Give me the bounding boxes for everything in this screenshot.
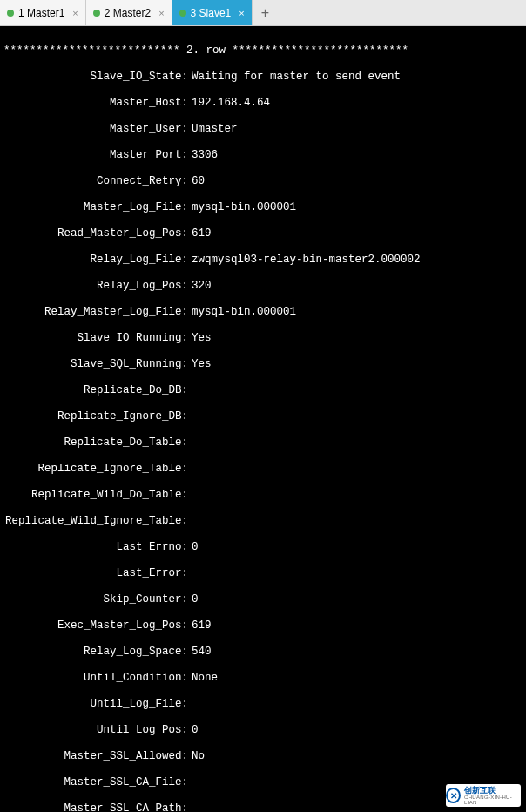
- field-key: Master_SSL_CA_Path:: [3, 802, 188, 812]
- tab-label: 1 Master1: [18, 7, 64, 19]
- field-key: Master_User:: [3, 123, 188, 136]
- field-value: Yes: [188, 332, 212, 345]
- field-key: Replicate_Do_DB:: [3, 384, 188, 397]
- field-value: mysql-bin.000001: [188, 201, 296, 214]
- field-value: [188, 463, 192, 476]
- watermark-sub: CHUANG-XIN-HU-LIAN: [464, 795, 521, 805]
- field-key: Master_SSL_CA_File:: [3, 776, 188, 789]
- field-key: Replicate_Ignore_Table:: [3, 463, 188, 476]
- field-value: [188, 776, 192, 789]
- close-icon[interactable]: ×: [158, 8, 164, 18]
- field-key: Last_Error:: [3, 567, 188, 580]
- field-key: Master_Port:: [3, 149, 188, 162]
- field-value: No: [188, 750, 205, 763]
- field-key: Skip_Counter:: [3, 593, 188, 606]
- field-value: [188, 384, 192, 397]
- field-key: Master_Host:: [3, 97, 188, 110]
- field-value: [188, 489, 192, 502]
- watermark-logo: ✕ 创新互联 CHUANG-XIN-HU-LIAN: [446, 784, 521, 807]
- close-icon[interactable]: ×: [239, 8, 244, 18]
- tab-label: 2 Master2: [105, 7, 151, 19]
- field-key: Until_Log_File:: [3, 698, 188, 711]
- field-key: Master_Log_File:: [3, 201, 188, 214]
- field-key: Exec_Master_Log_Pos:: [3, 619, 188, 633]
- field-key: Slave_IO_Running:: [3, 332, 188, 345]
- field-value: 0: [188, 593, 199, 606]
- field-key: Until_Condition:: [3, 672, 188, 685]
- field-value: mysql-bin.000001: [188, 306, 296, 319]
- field-key: Master_SSL_Allowed:: [3, 750, 188, 763]
- tab-slave1[interactable]: 3 Slave1 ×: [172, 0, 253, 25]
- field-key: Replicate_Wild_Do_Table:: [3, 489, 188, 502]
- tab-master1[interactable]: 1 Master1 ×: [0, 0, 86, 25]
- field-value: [188, 567, 192, 580]
- field-value: Yes: [188, 358, 212, 371]
- field-value: 3306: [188, 149, 218, 162]
- tab-bar: 1 Master1 × 2 Master2 × 3 Slave1 × +: [0, 0, 526, 26]
- field-value: [188, 436, 192, 450]
- field-value: 60: [188, 175, 205, 188]
- field-key: Last_Errno:: [3, 541, 188, 554]
- field-key: Replicate_Ignore_DB:: [3, 410, 188, 423]
- field-key: Replicate_Wild_Ignore_Table:: [3, 515, 188, 528]
- field-value: 619: [188, 619, 212, 633]
- status-dot-icon: [7, 10, 14, 17]
- add-tab-button[interactable]: +: [253, 1, 278, 25]
- field-value: zwqmysql03-relay-bin-master2.000002: [188, 254, 421, 267]
- field-value: 320: [188, 280, 212, 293]
- field-value: None: [188, 672, 218, 685]
- status-dot-icon: [179, 10, 186, 17]
- watermark-brand: 创新互联: [464, 787, 521, 795]
- field-key: Read_Master_Log_Pos:: [3, 227, 188, 240]
- tab-master2[interactable]: 2 Master2 ×: [86, 0, 172, 25]
- field-key: Relay_Log_Space:: [3, 646, 188, 659]
- field-value: [188, 698, 192, 711]
- status-dot-icon: [93, 10, 100, 17]
- field-key: Slave_SQL_Running:: [3, 358, 188, 371]
- field-value: Umaster: [188, 123, 238, 136]
- field-value: 540: [188, 646, 212, 659]
- field-value: 0: [188, 541, 199, 554]
- field-key: Replicate_Do_Table:: [3, 436, 188, 450]
- row-header: *************************** 2. row *****…: [3, 44, 523, 58]
- field-key: Relay_Master_Log_File:: [3, 306, 188, 319]
- field-value: [188, 802, 192, 812]
- field-key: Relay_Log_File:: [3, 254, 188, 267]
- field-value: 0: [188, 724, 199, 737]
- field-value: [188, 410, 192, 423]
- field-key: Relay_Log_Pos:: [3, 280, 188, 293]
- field-value: 619: [188, 227, 212, 240]
- terminal-output: *************************** 2. row *****…: [0, 26, 526, 812]
- logo-icon: ✕: [446, 788, 461, 803]
- field-value: [188, 515, 192, 528]
- tab-label: 3 Slave1: [191, 7, 232, 19]
- field-value: Waiting for master to send event: [188, 71, 401, 84]
- field-key: Connect_Retry:: [3, 175, 188, 188]
- field-key: Until_Log_Pos:: [3, 724, 188, 737]
- field-key: Slave_IO_State:: [3, 71, 188, 84]
- close-icon[interactable]: ×: [72, 8, 78, 18]
- field-value: 192.168.4.64: [188, 97, 270, 110]
